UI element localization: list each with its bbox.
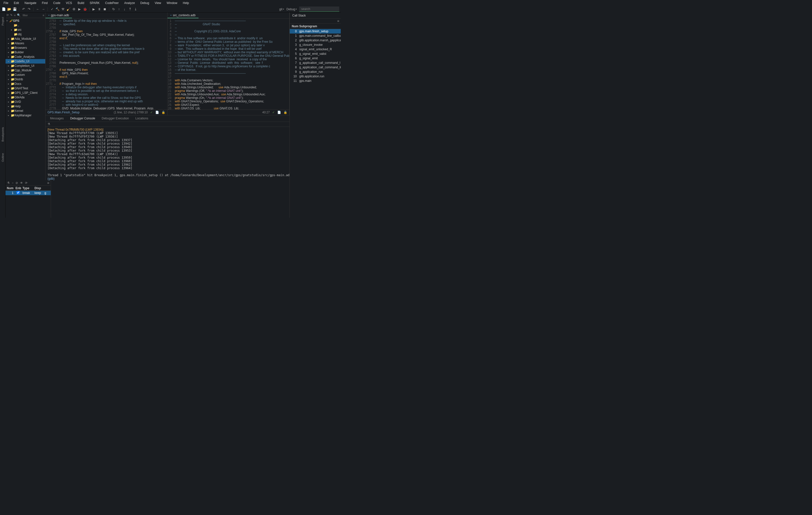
bp-view-icon[interactable]: 👁	[20, 181, 23, 185]
callstack-row[interactable]: 3g_closure_invoke	[290, 43, 341, 47]
flask-icon[interactable]: ⚗	[48, 123, 50, 126]
console-tab[interactable]: Messages	[49, 116, 65, 121]
step-up-icon[interactable]: ⤒	[128, 7, 132, 11]
breakpoint-row[interactable]: 1 break keep g	[5, 191, 51, 195]
bp-remove-icon[interactable]: −	[12, 181, 13, 185]
global-search-input[interactable]	[299, 6, 339, 12]
tree-item[interactable]: ▸📁Custom	[5, 73, 45, 77]
tree-item[interactable]: ▸📁Cpp_Module	[5, 68, 45, 73]
console-tab[interactable]: Locations	[134, 116, 150, 121]
callstack-row[interactable]: 9g_application_run	[290, 70, 341, 74]
undo-icon[interactable]: ↶	[21, 7, 26, 11]
menu-code[interactable]: Code	[51, 1, 63, 5]
tree-item[interactable]: ▸📁Kernel	[5, 109, 45, 113]
side-tab-project[interactable]: Project	[1, 15, 5, 28]
bp-flask-icon[interactable]: ⚗	[7, 181, 10, 185]
menu-navigate[interactable]: Navigate	[22, 1, 39, 5]
tree-item[interactable]: 📁obj	[5, 32, 45, 36]
pause-icon[interactable]: ⏸	[97, 7, 102, 11]
mode-selector[interactable]: Debug ▾	[287, 7, 297, 11]
forward-icon[interactable]: →	[41, 7, 46, 11]
menu-find[interactable]: Find	[39, 1, 50, 5]
menu-codepeer[interactable]: CodePeer	[103, 1, 121, 5]
code-editor[interactable]: 1 2 3 4 5 6 7 8 9 10 11 12 13 14 15 16 1…	[168, 19, 289, 110]
build2-icon[interactable]: ⚒	[61, 7, 65, 11]
tree-item[interactable]: ▸📁GPS_LSP_Client	[5, 90, 45, 95]
callstack-row[interactable]: 10glib.application.run	[290, 74, 341, 79]
code-body[interactable]: -- Disable tip of the day pop up window …	[58, 19, 167, 110]
project-filter-input[interactable]	[22, 13, 34, 17]
step-over-icon[interactable]: ↻	[111, 7, 116, 11]
tree-item[interactable]: ▸📁Docs	[5, 82, 45, 86]
tree-item[interactable]: ▸📁GNATTest	[5, 86, 45, 90]
tree-item[interactable]: ▸📁Completion_UI	[5, 63, 45, 68]
refresh-icon[interactable]: ⟳	[6, 13, 9, 17]
breadcrumb[interactable]: GPS.Main.Finish_Setup	[48, 111, 80, 114]
console-tab[interactable]: Debugger Execution	[100, 116, 130, 121]
bp-refresh-icon[interactable]: ⟳	[25, 181, 28, 185]
check-icon[interactable]: ✓	[50, 7, 54, 11]
redo-icon[interactable]: ↷	[27, 7, 31, 11]
menu-icon[interactable]: ≡	[337, 19, 339, 23]
new-file-icon[interactable]: 📄	[1, 7, 6, 11]
menu-edit[interactable]: Edit	[11, 1, 22, 5]
code-editor[interactable]: 2753 2754 2755 2756 ⌄ 2757 2758 2759 276…	[46, 19, 167, 110]
search-icon[interactable]: 🔍	[17, 13, 21, 17]
tree-item[interactable]: 📂..	[5, 23, 45, 28]
back-icon[interactable]: ←	[35, 7, 40, 11]
step-in-icon[interactable]: ↑	[117, 7, 121, 11]
tree-item[interactable]: ▸📁Distrib	[5, 77, 45, 82]
tree-item[interactable]: ▸📁Browsers	[5, 46, 45, 50]
callstack-row[interactable]: 5g_signal_emit_valist	[290, 52, 341, 56]
tree-item[interactable]: ▸📁GVD	[5, 100, 45, 104]
callstack-row[interactable]: 2glib.application.marsh_gapplica	[290, 38, 341, 43]
stop-icon[interactable]: ⏹	[103, 7, 107, 11]
tree-item[interactable]: ▸📁Aliases	[5, 41, 45, 46]
menu-debug[interactable]: Debug	[138, 1, 151, 5]
side-tab-outline[interactable]: Outline	[1, 151, 5, 164]
menu-file[interactable]: File	[1, 1, 11, 5]
menu-analyze[interactable]: Analyze	[122, 1, 138, 5]
compile-icon[interactable]: ⚙	[72, 7, 76, 11]
run-icon[interactable]: ▶	[77, 7, 82, 11]
callstack-row[interactable]: 1gps.main.command_line_callba	[290, 33, 341, 38]
menu-view[interactable]: View	[152, 1, 164, 5]
code-body[interactable]: ----------------------------------------…	[173, 19, 289, 110]
callstack-row[interactable]: 11gps.main	[290, 79, 341, 83]
menu-window[interactable]: Window	[164, 1, 180, 5]
edit-icon[interactable]: ✎	[10, 13, 12, 17]
open-icon[interactable]: 📂	[7, 7, 11, 11]
editor-tab[interactable]: ▪ gps-main.adb	[46, 13, 72, 18]
tree-item[interactable]: ▸📁Codefix_UI	[5, 59, 45, 63]
tree-item[interactable]: ▸📁src	[5, 28, 45, 32]
step-down-icon[interactable]: ⤓	[133, 7, 138, 11]
tree-item[interactable]: ▸📁GtkAda	[5, 95, 45, 100]
menu-icon[interactable]: ≡	[43, 14, 44, 17]
tree-root[interactable]: ▾🥕GPS	[5, 19, 45, 23]
vcs-selector[interactable]: git ▾	[279, 7, 284, 11]
tree-item[interactable]: ▸📁Help	[5, 104, 45, 109]
bp-clear-icon[interactable]: ⊘	[16, 181, 18, 185]
step-out-icon[interactable]: ↓	[122, 7, 127, 11]
build-icon[interactable]: 🔨	[55, 7, 60, 11]
clean-icon[interactable]: 🧹	[66, 7, 71, 11]
tree-item[interactable]: ▸📁Code_Analysis	[5, 55, 45, 59]
tree-item[interactable]: ▸📁KeyManager	[5, 113, 45, 118]
collapse-icon[interactable]: ≡	[14, 14, 16, 17]
callstack-row[interactable]: 7g_application_call_command_l	[290, 60, 341, 65]
callstack-row[interactable]: 6g_signal_emit	[290, 56, 341, 60]
save-icon[interactable]: 💾	[12, 7, 17, 11]
project-tree[interactable]: ▾🥕GPS 📂..▸📁src📁obj▸📁Ada_Module_UI▸📁Alias…	[5, 18, 45, 180]
menu-spark[interactable]: SPARK	[87, 1, 102, 5]
continue-icon[interactable]: ▶	[91, 7, 96, 11]
tree-item[interactable]: ▸📁Builder	[5, 50, 45, 55]
callstack-row[interactable]: 4signal_emit_unlocked_R	[290, 47, 341, 52]
menu-vcs[interactable]: VCS	[63, 1, 75, 5]
console-tab[interactable]: Debugger Console	[69, 116, 97, 121]
breakpoint-enabled-checkbox[interactable]	[17, 191, 20, 194]
callstack-row[interactable]: 0gps.main.finish_setup	[290, 29, 341, 33]
editor-tab[interactable]: ▪ src_contexts.adb	[168, 13, 199, 18]
debugger-console[interactable]: [New Thread 0x7fffdfdfb700 (LWP 13934)] …	[46, 127, 290, 218]
menu-build[interactable]: Build	[75, 1, 87, 5]
menu-help[interactable]: Help	[180, 1, 192, 5]
